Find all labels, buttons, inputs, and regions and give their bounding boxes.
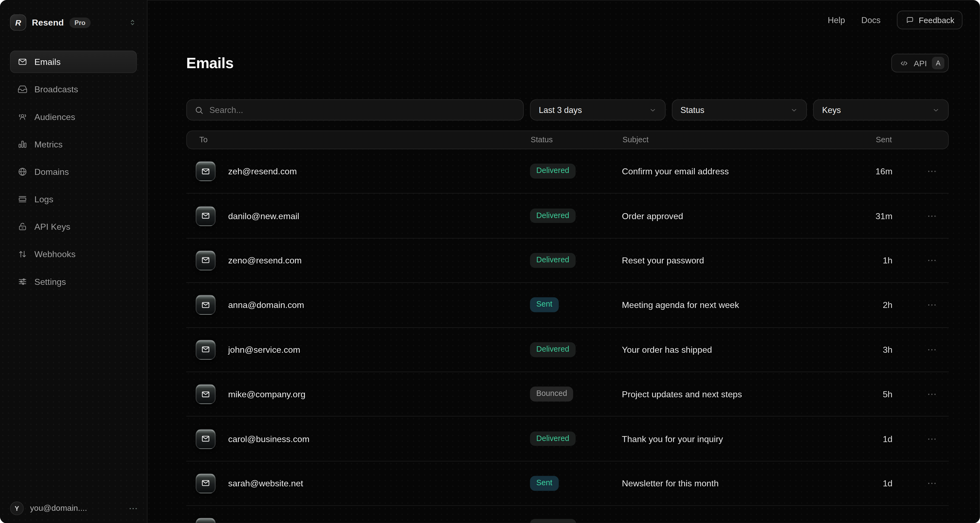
recipient-email: john@service.com	[228, 345, 300, 355]
table-rows: zeh@resend.com Delivered Confirm your em…	[186, 149, 949, 523]
row-menu-ellipsis-icon[interactable]: ⋯	[927, 344, 938, 355]
sidebar-item-api-keys[interactable]: API Keys	[10, 216, 137, 238]
rows-icon	[18, 194, 27, 204]
email-subject: Project updates and next steps	[622, 389, 849, 399]
user-menu-ellipsis-icon[interactable]: ⋯	[129, 503, 138, 513]
sidebar-item-audiences[interactable]: Audiences	[10, 106, 137, 128]
table-row[interactable]: zeh@resend.com Delivered Confirm your em…	[186, 149, 949, 194]
recipient-email: danilo@new.email	[228, 211, 299, 221]
search-input[interactable]	[209, 105, 515, 114]
sidebar-item-label: Webhooks	[34, 249, 76, 259]
table-row[interactable]: mike@company.org Bounced Project updates…	[186, 372, 949, 417]
workspace-switcher[interactable]: R Resend Pro	[10, 14, 137, 31]
sidebar-item-broadcasts[interactable]: Broadcasts	[10, 78, 137, 100]
email-subject: Confirm your email address	[622, 166, 849, 176]
emails-table: To Status Subject Sent zeh@resend.com De…	[186, 131, 949, 523]
recipient-email: zeno@resend.com	[228, 255, 302, 266]
table-row[interactable]: anna@domain.com Sent Meeting agenda for …	[186, 283, 949, 328]
sent-time: 16m	[849, 166, 892, 176]
top-link-docs[interactable]: Docs	[861, 15, 881, 24]
page-title: Emails	[186, 54, 234, 72]
title-row: Emails API A	[186, 54, 949, 73]
sent-time: 31m	[849, 211, 892, 221]
bar-chart-icon	[18, 139, 27, 149]
recipient-email: sarah@website.net	[228, 478, 303, 488]
search-icon	[194, 105, 204, 114]
row-menu-ellipsis-icon[interactable]: ⋯	[927, 478, 938, 488]
api-button[interactable]: API A	[891, 54, 949, 73]
sent-time: 5h	[849, 389, 892, 399]
sent-time: 1d	[849, 434, 892, 444]
sidebar-item-label: Broadcasts	[34, 84, 78, 94]
inbox-icon	[18, 84, 27, 94]
status-badge: Delivered	[530, 342, 575, 357]
feedback-button[interactable]: Feedback	[897, 11, 963, 29]
table-row[interactable]: carol@business.com Delivered Thank you f…	[186, 417, 949, 461]
filter-dropdown-keys[interactable]: Keys	[813, 99, 949, 120]
topbar-links: HelpDocsFeedback	[828, 11, 963, 29]
recipient-email: anna@domain.com	[228, 300, 304, 310]
brand-name: Resend	[32, 17, 64, 27]
row-menu-ellipsis-icon[interactable]: ⋯	[927, 210, 938, 221]
status-badge: Delivered	[530, 208, 575, 223]
table-row[interactable]: sarah@website.net Sent Newsletter for th…	[186, 461, 949, 506]
chevron-down-icon	[648, 106, 657, 114]
recipient-email: zeh@resend.com	[228, 166, 297, 176]
column-header-to: To	[187, 136, 531, 144]
sidebar-item-logs[interactable]: Logs	[10, 188, 137, 211]
avatar[interactable]: Y	[10, 501, 24, 515]
envelope-icon	[18, 57, 27, 67]
sidebar-item-emails[interactable]: Emails	[10, 51, 137, 73]
sidebar-item-settings[interactable]: Settings	[10, 271, 137, 293]
status-badge: Delivered	[530, 253, 575, 268]
search-box	[186, 99, 524, 120]
row-menu-ellipsis-icon[interactable]: ⋯	[927, 166, 938, 176]
table-row[interactable]: john@service.com Delivered Your order ha…	[186, 328, 949, 372]
user-row: Y you@domain.... ⋯	[10, 501, 138, 515]
topbar: HelpDocsFeedback	[148, 0, 980, 40]
row-menu-ellipsis-icon[interactable]: ⋯	[927, 433, 938, 444]
column-header-subject: Subject	[623, 136, 848, 144]
envelope-icon	[196, 429, 216, 449]
content: Emails API A	[148, 54, 980, 523]
table-row[interactable]	[186, 506, 949, 523]
chevron-down-icon	[932, 106, 940, 114]
speech-bubble-icon	[905, 16, 914, 24]
sidebar-nav: Emails Broadcasts Audiences Metrics Doma…	[10, 51, 137, 293]
envelope-icon	[196, 384, 216, 404]
filter-dropdown-last-3-days[interactable]: Last 3 days	[530, 99, 665, 120]
sidebar-item-label: Settings	[34, 277, 66, 287]
table-row[interactable]: zeno@resend.com Delivered Reset your pas…	[186, 238, 949, 283]
envelope-icon	[196, 206, 216, 226]
email-subject: Order approved	[622, 211, 849, 221]
viewport: R Resend Pro Emails Broadcasts Audiences…	[0, 0, 980, 523]
status-badge: Sent	[530, 298, 558, 312]
dropdowns: Last 3 days Status Keys	[530, 99, 949, 120]
email-subject: Meeting agenda for next week	[622, 300, 849, 310]
status-badge: Delivered	[530, 164, 575, 179]
plan-badge: Pro	[70, 17, 91, 28]
resend-dashboard-window: R Resend Pro Emails Broadcasts Audiences…	[0, 0, 980, 523]
sidebar-item-domains[interactable]: Domains	[10, 160, 137, 183]
envelope-icon	[196, 473, 216, 493]
chevron-down-icon	[790, 106, 799, 114]
top-link-help[interactable]: Help	[828, 15, 845, 24]
sidebar-item-label: Metrics	[34, 139, 62, 149]
sidebar-item-webhooks[interactable]: Webhooks	[10, 243, 137, 266]
sidebar-item-label: Logs	[34, 194, 53, 204]
row-menu-ellipsis-icon[interactable]: ⋯	[927, 255, 938, 265]
filters-row: Last 3 days Status Keys	[186, 99, 949, 120]
filter-dropdown-status[interactable]: Status	[671, 99, 807, 120]
column-header-sent: Sent	[848, 136, 892, 144]
sidebar-item-label: API Keys	[34, 222, 70, 231]
chevron-up-down-icon[interactable]	[128, 18, 137, 27]
user-email: you@domain....	[30, 504, 87, 513]
row-menu-ellipsis-icon[interactable]: ⋯	[927, 388, 938, 399]
main-area: HelpDocsFeedback Emails API A	[148, 0, 980, 523]
email-subject: Newsletter for this month	[622, 478, 849, 488]
row-menu-ellipsis-icon[interactable]: ⋯	[927, 299, 938, 310]
status-badge	[530, 519, 576, 523]
sidebar: R Resend Pro Emails Broadcasts Audiences…	[0, 0, 148, 523]
table-row[interactable]: danilo@new.email Delivered Order approve…	[186, 194, 949, 238]
sidebar-item-metrics[interactable]: Metrics	[10, 133, 137, 155]
